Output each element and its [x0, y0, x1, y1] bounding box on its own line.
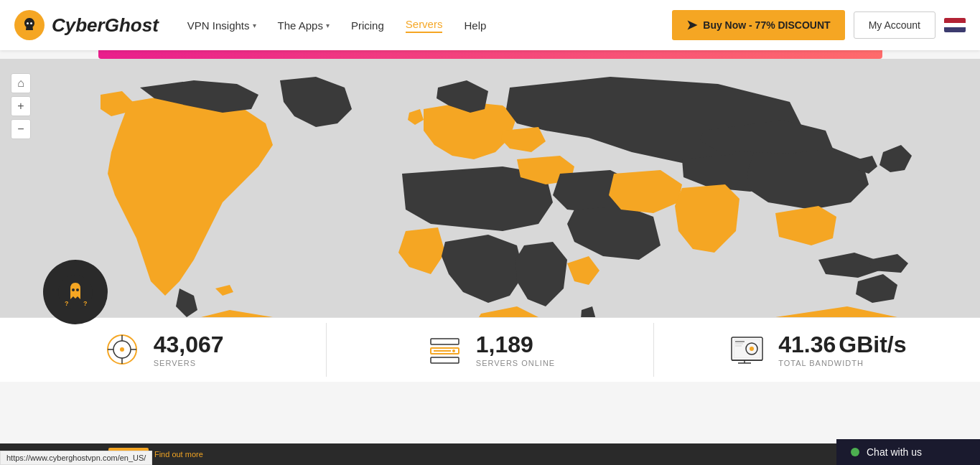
chat-label: Chat with us [867, 446, 922, 458]
url-text: https://www.cyberghostvpn.com/en_US/ [6, 454, 146, 462]
stat-servers: 43,067 SERVERS [0, 323, 327, 377]
header: CyberGhost VPN Insights ▾ The Apps ▾ Pri… [0, 0, 980, 50]
help-ghost-button[interactable]: ? ? [43, 260, 108, 324]
svg-text:?: ? [65, 300, 69, 307]
stat-online-number: 1,189 [476, 333, 555, 356]
find-out-link[interactable]: Find out more [154, 450, 203, 459]
nav-help[interactable]: Help [464, 19, 486, 32]
stat-bandwidth-label: TOTAL BANDWIDTH [778, 359, 906, 367]
servers-icon [103, 330, 142, 370]
buy-now-button[interactable]: ➤ Buy Now - 77% DISCOUNT [672, 10, 844, 40]
zoom-in-button[interactable]: + [11, 96, 31, 116]
svg-point-1 [30, 22, 32, 24]
svg-text:?: ? [83, 300, 88, 307]
bandwidth-icon [727, 330, 767, 370]
logo[interactable]: CyberGhost [14, 10, 159, 40]
svg-point-6 [76, 288, 79, 291]
svg-point-20 [452, 349, 455, 352]
svg-rect-16 [431, 339, 459, 344]
stat-bandwidth-info: 41.36 GBit/s TOTAL BANDWIDTH [778, 333, 906, 367]
url-bar: https://www.cyberghostvpn.com/en_US/ [0, 451, 152, 465]
world-map-container: ⌂ + − [0, 59, 980, 382]
stat-servers-online: 1,189 SERVERS ONLINE [327, 323, 653, 377]
stat-bandwidth-number: 41.36 [778, 333, 836, 356]
logo-text: CyberGhost [52, 14, 159, 37]
chevron-icon: ▾ [253, 22, 256, 29]
stat-online-info: 1,189 SERVERS ONLINE [476, 333, 555, 367]
promo-banner[interactable] [98, 50, 882, 59]
map-controls: ⌂ + − [11, 73, 31, 139]
stat-servers-label: SERVERS [154, 359, 224, 367]
svg-point-5 [72, 288, 75, 291]
svg-rect-22 [734, 339, 760, 358]
svg-point-15 [120, 347, 124, 352]
chat-online-indicator [851, 448, 859, 456]
nav-servers[interactable]: Servers [406, 18, 443, 33]
arrow-icon: ➤ [686, 17, 697, 33]
logo-icon [14, 10, 45, 40]
chevron-icon: ▾ [326, 22, 330, 29]
home-button[interactable]: ⌂ [11, 73, 31, 93]
stat-online-label: SERVERS ONLINE [476, 359, 555, 367]
svg-point-0 [27, 22, 29, 24]
nav-pricing[interactable]: Pricing [351, 19, 384, 32]
chat-widget[interactable]: Chat with us [836, 439, 980, 465]
nav-vpn-insights[interactable]: VPN Insights ▾ [187, 19, 256, 32]
main-nav: VPN Insights ▾ The Apps ▾ Pricing Server… [187, 18, 672, 33]
svg-point-24 [750, 347, 754, 351]
svg-rect-18 [431, 357, 459, 363]
zoom-out-button[interactable]: − [11, 119, 31, 139]
stat-servers-number: 43,067 [154, 333, 224, 356]
stat-bandwidth-unit: GBit/s [839, 333, 906, 356]
my-account-button[interactable]: My Account [854, 11, 935, 39]
nav-the-apps[interactable]: The Apps ▾ [278, 19, 330, 32]
servers-online-icon [425, 330, 465, 370]
header-right: ➤ Buy Now - 77% DISCOUNT My Account [672, 10, 966, 40]
stat-bandwidth: 41.36 GBit/s TOTAL BANDWIDTH [654, 323, 980, 377]
language-flag[interactable] [944, 18, 966, 32]
stat-servers-info: 43,067 SERVERS [154, 333, 224, 367]
stats-bar: 43,067 SERVERS 1,189 SERVERS ONLINE [0, 317, 980, 382]
